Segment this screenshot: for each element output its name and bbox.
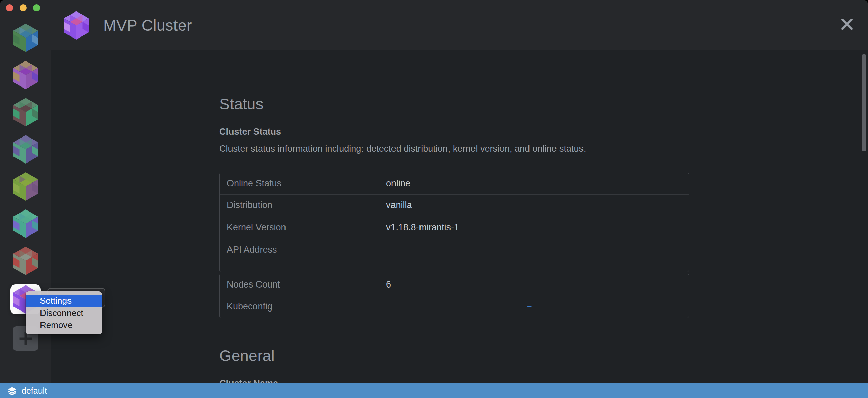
row-label: Nodes Count [220, 274, 386, 296]
menu-item-settings[interactable]: Settings [26, 295, 102, 307]
row-value: 6 [386, 274, 689, 296]
sidebar-cluster-icon-2[interactable] [13, 61, 38, 89]
close-window-button[interactable] [6, 4, 13, 11]
row-value: online [386, 173, 689, 194]
table-row: Nodes Count 6 [220, 274, 689, 296]
sidebar-cluster-icon-3[interactable] [13, 98, 38, 126]
cluster-status-table-2: Nodes Count 6 Kubeconfig [219, 274, 689, 318]
page-title: MVP Cluster [103, 16, 192, 34]
bottom-status-bar[interactable]: default [0, 383, 868, 398]
close-settings-button[interactable] [840, 17, 855, 32]
minimize-window-button[interactable] [20, 4, 27, 11]
sidebar-cluster-icon-6[interactable] [13, 209, 38, 238]
table-row: Kubeconfig [220, 296, 689, 318]
status-section-heading: Status [219, 50, 689, 113]
vertical-scrollbar-thumb[interactable] [862, 54, 866, 151]
cluster-status-table: Online Status online Distribution vanill… [219, 173, 689, 272]
row-label: Online Status [220, 173, 386, 194]
table-row: API Address [220, 239, 689, 272]
window-controls [6, 4, 40, 11]
row-label: Kubeconfig [220, 296, 386, 318]
sidebar-cluster-icon-4[interactable] [13, 135, 38, 164]
layers-icon [7, 386, 17, 396]
table-row: Distribution vanilla [220, 194, 689, 217]
general-section-heading: General [219, 318, 689, 365]
table-row: Kernel Version v1.18.8-mirantis-1 [220, 217, 689, 239]
sidebar-cluster-icon-1[interactable] [13, 24, 38, 52]
zoom-window-button[interactable] [33, 4, 40, 11]
settings-header: MVP Cluster [51, 0, 868, 50]
row-label: Kernel Version [220, 217, 386, 239]
row-label: API Address [220, 239, 386, 272]
row-value [386, 239, 689, 272]
cluster-settings-panel: Status Cluster Status Cluster status inf… [51, 50, 868, 383]
sidebar-cluster-icon-5[interactable] [13, 172, 38, 201]
table-row: Online Status online [220, 173, 689, 194]
cluster-name-label: Cluster Name [219, 378, 689, 383]
kubeconfig-link-icon[interactable] [527, 306, 532, 307]
cluster-context-menu: Settings Disconnect Remove [26, 291, 102, 334]
close-icon [840, 17, 855, 32]
app-window: MVP Cluster Status Cluster Status Cluste… [0, 0, 868, 398]
active-namespace-label: default [22, 386, 47, 396]
cluster-status-description: Cluster status information including: de… [219, 144, 689, 154]
menu-item-disconnect[interactable]: Disconnect [26, 307, 102, 319]
cluster-status-label: Cluster Status [219, 127, 689, 137]
row-value: vanilla [386, 195, 689, 217]
row-value: v1.18.8-mirantis-1 [386, 217, 689, 239]
cluster-logo-icon [64, 11, 89, 40]
menu-item-remove[interactable]: Remove [26, 319, 102, 331]
row-value [386, 296, 689, 318]
row-label: Distribution [220, 195, 386, 217]
sidebar-cluster-icon-7[interactable] [13, 247, 38, 275]
